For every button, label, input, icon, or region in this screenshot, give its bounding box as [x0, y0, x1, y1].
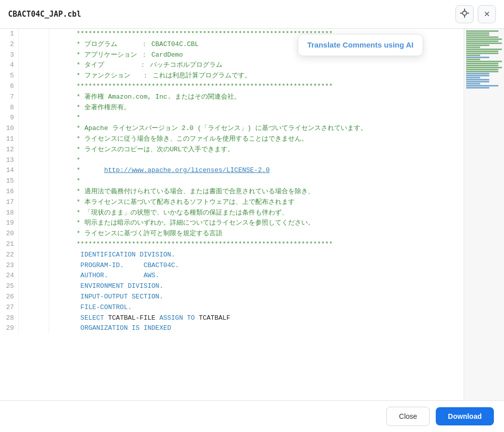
minimap-line	[466, 85, 498, 87]
line-code: * 全著作権所有。	[49, 103, 464, 113]
minimap-line	[466, 40, 498, 42]
line-code: * 適用法で義務付けられている場合、または書面で合意されている場合を除き、	[49, 187, 464, 197]
line-gutter	[18, 123, 49, 134]
line-gutter	[18, 71, 49, 81]
line-gutter	[18, 113, 49, 123]
minimap-line	[466, 87, 489, 89]
table-row: 21 *************************************…	[0, 239, 464, 250]
close-footer-button[interactable]: Close	[386, 407, 430, 426]
table-row: 20 * ライセンスに基づく許可と制限を規定する言語	[0, 229, 464, 239]
minimap-line	[466, 45, 489, 46]
line-gutter	[18, 250, 49, 261]
line-code: * http://www.apache.org/licenses/LICENSE…	[49, 165, 464, 176]
line-gutter	[18, 176, 49, 187]
line-gutter	[18, 165, 49, 176]
line-gutter	[18, 29, 49, 39]
minimap-line	[466, 34, 489, 36]
minimap-line	[466, 77, 480, 78]
minimap-line	[466, 42, 502, 44]
line-gutter	[18, 271, 49, 281]
modal-body: Translate Comments using AI 1 **********…	[0, 29, 504, 400]
minimap-line	[466, 51, 498, 52]
table-row: 23 PROGRAM-ID. CBACT04C.	[0, 261, 464, 271]
table-row: 26 INPUT-OUTPUT SECTION.	[0, 292, 464, 303]
minimap-line	[466, 63, 498, 64]
line-code: *	[49, 155, 464, 166]
line-number: 10	[0, 123, 18, 134]
line-number: 1	[0, 29, 18, 39]
table-row: 10 * Apache ライセンスバージョン 2.0 (「ライセンス」) に基づ…	[0, 123, 464, 134]
minimap-line	[466, 32, 489, 34]
modal-header: CBACT04C_JAP.cbl ✕	[0, 0, 504, 29]
minimap-line	[466, 38, 502, 40]
table-row: 19 * 明示または暗示のいずれか。詳細についてはライセンスを参照してください。	[0, 218, 464, 229]
line-code: * 本ライセンスに基づいて配布されるソフトウェアは、上で配布されます	[49, 197, 464, 208]
line-number: 13	[0, 155, 18, 166]
line-gutter	[18, 187, 49, 197]
line-code: *	[49, 113, 464, 123]
code-area[interactable]: Translate Comments using AI 1 **********…	[0, 29, 464, 400]
line-code: * 「現状のまま」の状態で、いかなる種類の保証または条件も伴わず、	[49, 208, 464, 219]
line-gutter	[18, 81, 49, 92]
table-row: 5 * ファンクション ： これは利息計算プログラムです。	[0, 71, 464, 81]
line-number: 29	[0, 323, 18, 334]
line-code: ****************************************…	[49, 81, 464, 92]
table-row: 17 * 本ライセンスに基づいて配布されるソフトウェアは、上で配布されます	[0, 197, 464, 208]
line-number: 2	[0, 39, 18, 50]
svg-point-0	[463, 11, 467, 15]
crosshair-icon	[460, 9, 469, 20]
minimap	[464, 29, 504, 400]
line-number: 12	[0, 145, 18, 155]
minimap-line	[466, 69, 498, 70]
line-gutter	[18, 313, 49, 324]
code-table: 1 **************************************…	[0, 29, 464, 334]
translate-tooltip: Translate Comments using AI	[298, 34, 423, 56]
line-gutter	[18, 39, 49, 50]
line-code: ORGANIZATION IS INDEXED	[49, 323, 464, 334]
line-code: * ファンクション ： これは利息計算プログラムです。	[49, 71, 464, 81]
minimap-line	[466, 73, 489, 74]
minimap-line	[466, 75, 489, 76]
minimap-line	[466, 55, 480, 56]
line-gutter	[18, 197, 49, 208]
download-button[interactable]: Download	[436, 407, 494, 425]
line-gutter	[18, 303, 49, 313]
line-code: ****************************************…	[49, 239, 464, 250]
table-row: 16 * 適用法で義務付けられている場合、または書面で合意されている場合を除き、	[0, 187, 464, 197]
line-gutter	[18, 60, 49, 71]
line-gutter	[18, 92, 49, 103]
line-gutter	[18, 281, 49, 292]
license-link[interactable]: http://www.apache.org/licenses/LICENSE-2…	[104, 166, 270, 174]
line-number: 17	[0, 197, 18, 208]
modal-title: CBACT04C_JAP.cbl	[8, 10, 81, 19]
minimap-line	[466, 79, 489, 80]
table-row: 29 ORGANIZATION IS INDEXED	[0, 323, 464, 334]
line-number: 9	[0, 113, 18, 123]
line-code: * タイプ ： バッチコボルプログラム	[49, 60, 464, 71]
minimap-line	[466, 81, 489, 82]
table-row: 14 * http://www.apache.org/licenses/LICE…	[0, 165, 464, 176]
line-number: 19	[0, 218, 18, 229]
minimap-line	[466, 53, 498, 54]
line-number: 23	[0, 261, 18, 271]
minimap-line	[466, 67, 502, 68]
minimap-lines	[464, 29, 504, 90]
line-gutter	[18, 239, 49, 250]
minimap-line	[466, 65, 498, 66]
line-gutter	[18, 208, 49, 219]
line-number: 16	[0, 187, 18, 197]
line-number: 7	[0, 92, 18, 103]
line-code: * ライセンスに従う場合を除き、このファイルを使用することはできません。	[49, 134, 464, 145]
table-row: 6 **************************************…	[0, 81, 464, 92]
table-row: 15 *	[0, 176, 464, 187]
table-row: 18 * 「現状のまま」の状態で、いかなる種類の保証または条件も伴わず、	[0, 208, 464, 219]
minimap-line	[466, 47, 480, 48]
line-gutter	[18, 292, 49, 303]
close-button[interactable]: ✕	[478, 5, 496, 23]
crosshair-button[interactable]	[455, 5, 474, 23]
table-row: 8 * 全著作権所有。	[0, 103, 464, 113]
line-number: 14	[0, 165, 18, 176]
table-row: 24 AUTHOR. AWS.	[0, 271, 464, 281]
line-gutter	[18, 50, 49, 61]
line-code: * ライセンスのコピーは、次のURLで入手できます。	[49, 145, 464, 155]
